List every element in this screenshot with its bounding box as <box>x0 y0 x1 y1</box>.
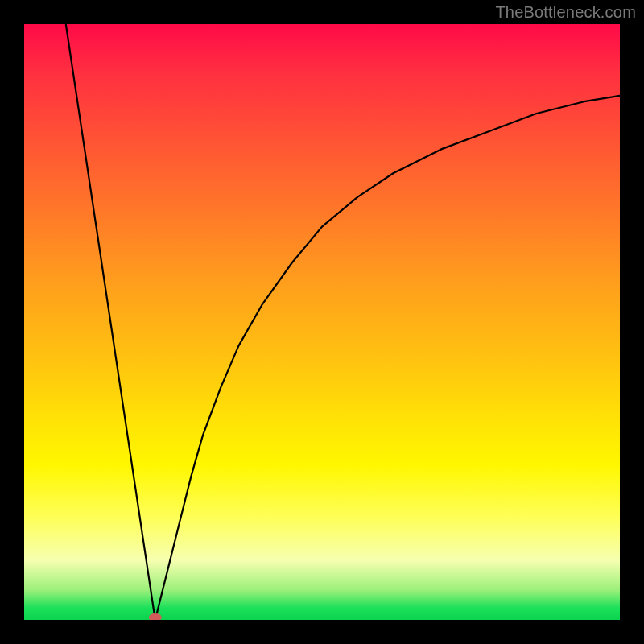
min-marker-icon <box>149 613 162 620</box>
chart-container: TheBottleneck.com <box>0 0 644 644</box>
bottleneck-curve <box>66 24 620 620</box>
plot-area <box>24 24 620 620</box>
curve-layer <box>24 24 620 620</box>
watermark-text: TheBottleneck.com <box>495 3 636 22</box>
